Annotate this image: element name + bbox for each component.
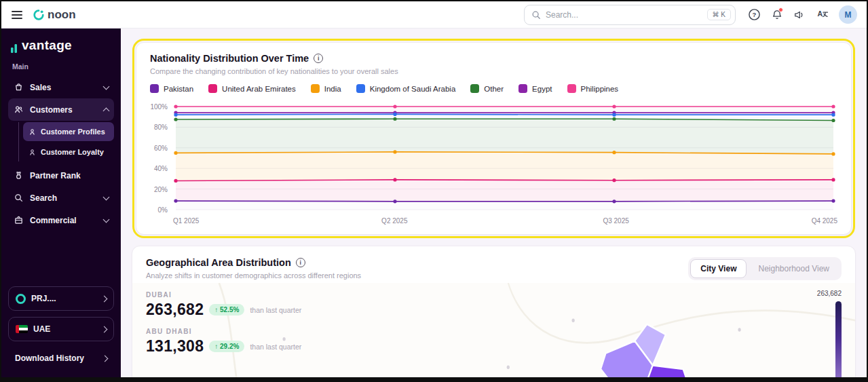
city-stats: DUBAI 263,682 ↑ 52.5% than last quarter … [146, 291, 363, 356]
customer-loyalty-icon [28, 148, 37, 157]
chevron-right-icon [101, 295, 108, 302]
geo-card-subtitle: Analyze shifts in customer demographics … [146, 271, 361, 280]
city-value: 131,308 [146, 337, 204, 356]
legend-item-egypt[interactable]: Egypt [518, 84, 552, 93]
legend-item-ksa[interactable]: Kingdom of Saudi Arabia [356, 84, 456, 93]
main-content: Nationality Distribution Over Time i Com… [121, 28, 867, 377]
topbar-actions: ? A M [748, 5, 857, 24]
x-tick: Q2 2025 [381, 217, 407, 225]
info-icon[interactable]: i [296, 258, 305, 267]
medal-icon [14, 170, 24, 180]
y-tick: 100% [150, 103, 168, 111]
city-name: DUBAI [146, 291, 363, 299]
sidebar-item-sales[interactable]: Sales [8, 76, 114, 98]
sidebar-item-customer-loyalty[interactable]: Customer Loyalty [23, 142, 114, 161]
nationality-distribution-card: Nationality Distribution Over Time i Com… [136, 42, 852, 235]
view-toggle: City View Neighborhood View [688, 257, 842, 280]
change-badge: ↑ 29.2% [209, 341, 244, 352]
legend-label: Kingdom of Saudi Arabia [370, 85, 456, 93]
x-tick: Q4 2025 [812, 217, 837, 225]
map-scale-max: 263,682 [817, 290, 842, 297]
search-nav-icon [14, 193, 24, 203]
customers-icon [14, 104, 24, 115]
chevron-right-icon [102, 355, 109, 362]
geographical-distribution-card: Geographical Area Distribution i Analyze… [132, 246, 856, 377]
x-tick: Q3 2025 [603, 217, 628, 225]
brand-name: noon [48, 8, 76, 22]
legend-label: United Arab Emirates [222, 85, 296, 93]
map-scale: 263,682 [817, 290, 842, 377]
chart-x-axis: Q1 2025 Q2 2025 Q3 2025 Q4 2025 [173, 217, 837, 227]
change-note: than last quarter [250, 343, 301, 351]
info-icon[interactable]: i [314, 54, 323, 63]
chart-plot [173, 101, 837, 215]
nationality-card-subtitle: Compare the changing contribution of key… [150, 67, 837, 75]
nav-label: Customers [30, 105, 98, 115]
legend-label: Philippines [581, 85, 619, 93]
project-icon [16, 294, 26, 304]
search-icon [531, 10, 541, 20]
uae-flag-icon [16, 325, 28, 333]
legend-swatch [150, 84, 159, 93]
nationality-card-title: Nationality Distribution Over Time [150, 53, 309, 64]
legend-label: Egypt [532, 85, 552, 93]
bell-icon[interactable] [771, 9, 783, 21]
y-tick: 0% [158, 206, 168, 214]
y-tick: 80% [154, 123, 168, 131]
chevron-down-icon [103, 83, 110, 90]
nav-label: Sales [30, 83, 98, 92]
megaphone-icon[interactable] [793, 9, 806, 21]
sidebar-item-partner-rank[interactable]: Partner Rank [8, 164, 114, 187]
vantage-brand-text: vantage [22, 38, 72, 53]
legend-item-uae[interactable]: United Arab Emirates [208, 84, 296, 93]
chevron-up-icon [103, 107, 110, 114]
search-bar[interactable]: ⌘ K [524, 5, 736, 25]
nationality-chart[interactable] [173, 101, 837, 215]
help-icon[interactable]: ? [748, 8, 761, 21]
legend-swatch [311, 84, 320, 93]
y-tick: 20% [154, 186, 168, 193]
legend-item-philippines[interactable]: Philippines [567, 84, 619, 93]
neighborhood-view-button[interactable]: Neighborhood View [748, 259, 839, 278]
sidebar-item-customer-profiles[interactable]: Customer Profiles [23, 122, 114, 141]
chevron-down-icon [103, 216, 110, 223]
legend-swatch [356, 84, 365, 93]
chart-legend: Pakistan United Arab Emirates India King… [150, 84, 837, 93]
download-history[interactable]: Download History [8, 347, 114, 369]
topbar: noon ⌘ K ? [1, 1, 867, 28]
svg-text:?: ? [753, 11, 757, 18]
country-selector[interactable]: UAE [8, 317, 114, 341]
search-input[interactable] [546, 10, 702, 20]
sidebar-item-search[interactable]: Search [8, 187, 114, 209]
legend-item-other[interactable]: Other [470, 84, 504, 93]
noon-mark-icon [33, 9, 45, 21]
legend-swatch [518, 84, 527, 93]
sidebar-footer: PRJ.... UAE Download History [8, 286, 114, 369]
customer-profiles-icon [28, 128, 37, 136]
app-window: noon ⌘ K ? [0, 0, 868, 382]
user-avatar[interactable]: M [839, 5, 857, 24]
sidebar: vantage Main Sales [1, 28, 121, 377]
notification-dot [778, 7, 783, 12]
sidebar-item-commercial[interactable]: Commercial [8, 209, 114, 231]
legend-swatch [470, 84, 479, 93]
city-stat-abu-dhabi: ABU DHABI 131,308 ↑ 29.2% than last quar… [146, 328, 363, 356]
nav-label: Customer Loyalty [41, 148, 109, 156]
y-tick: 60% [154, 145, 168, 152]
nav-section-label: Main [8, 61, 114, 76]
project-selector[interactable]: PRJ.... [8, 286, 114, 311]
legend-label: India [324, 85, 341, 93]
translate-icon[interactable]: A [816, 8, 829, 21]
city-name: ABU DHABI [146, 328, 363, 335]
nav-label: Customer Profiles [41, 128, 109, 136]
legend-swatch [567, 84, 576, 93]
legend-item-india[interactable]: India [311, 84, 341, 93]
sidebar-item-customers[interactable]: Customers [8, 98, 114, 121]
legend-item-pakistan[interactable]: Pakistan [150, 84, 193, 93]
noon-logo[interactable]: noon [33, 8, 76, 22]
menu-icon[interactable] [8, 6, 26, 24]
city-view-button[interactable]: City View [690, 259, 747, 278]
legend-swatch [208, 84, 217, 93]
sales-icon [14, 82, 24, 92]
y-tick: 40% [154, 165, 168, 172]
